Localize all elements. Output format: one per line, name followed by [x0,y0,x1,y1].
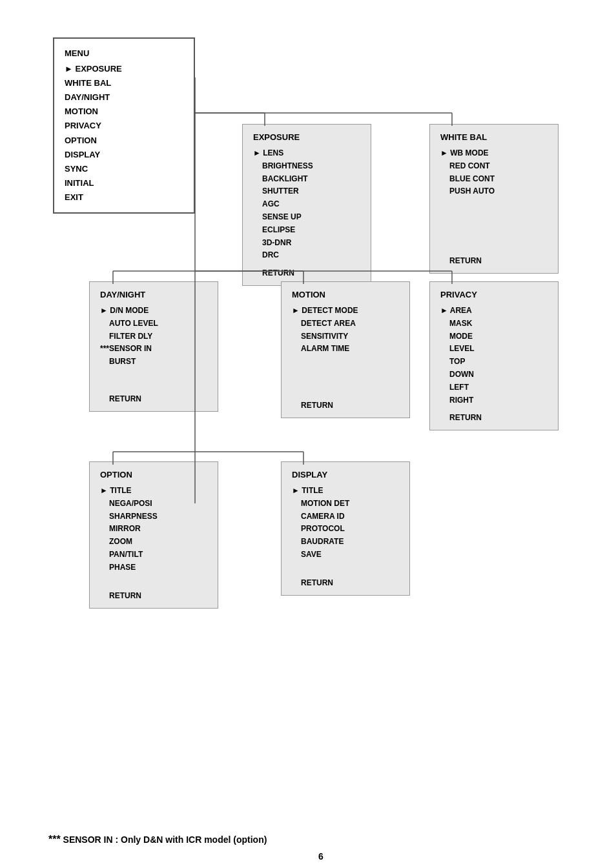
arrow-icon-wb: ► [440,148,448,157]
submenu-privacy: PRIVACY ► AREA MASK MODE LEVEL TOP DOWN … [429,281,559,430]
submenu-detect-area[interactable]: DETECT AREA [292,318,399,330]
submenu-blue-cont[interactable]: BLUE CONT [440,173,548,186]
submenu-exposure-agc[interactable]: AGC [253,198,360,211]
submenu-exposure-3ddnr[interactable]: 3D-DNR [253,237,360,250]
submenu-sensitivity[interactable]: SENSITIVITY [292,330,399,343]
submenu-display-title: DISPLAY [292,470,399,479]
submenu-display: DISPLAY ► TITLE MOTION DET CAMERA ID PRO… [281,461,410,596]
submenu-mirror[interactable]: MIRROR [100,523,207,536]
submenu-motion: MOTION ► DETECT MODE DETECT AREA SENSITI… [281,281,410,418]
submenu-exposure-shutter[interactable]: SHUTTER [253,185,360,198]
arrow-icon-display-title: ► [292,486,300,495]
submenu-save[interactable]: SAVE [292,549,399,561]
submenu-right[interactable]: RIGHT [440,394,548,407]
arrow-icon-detect: ► [292,306,300,315]
submenu-daynight-return[interactable]: RETURN [100,394,207,403]
menu-item-exposure[interactable]: ► EXPOSURE [65,62,183,76]
submenu-exposure: EXPOSURE ► LENS BRIGHTNESS BACKLIGHT SHU… [242,124,371,286]
submenu-top[interactable]: TOP [440,356,548,368]
submenu-exposure-backlight[interactable]: BACKLIGHT [253,173,360,186]
submenu-burst[interactable]: BURST [100,356,207,368]
arrow-icon-area: ► [440,306,448,315]
submenu-down[interactable]: DOWN [440,368,548,381]
submenu-detect-mode[interactable]: ► DETECT MODE [292,305,399,318]
menu-item-motion[interactable]: MOTION [65,105,183,119]
submenu-sensor-in[interactable]: ***SENSOR IN [100,343,207,356]
submenu-daynight: DAY/NIGHT ► D/N MODE AUTO LEVEL FILTER D… [89,281,218,412]
page-number: 6 [318,851,323,862]
submenu-display-title-item[interactable]: ► TITLE [292,485,399,498]
submenu-wb-mode[interactable]: ► WB MODE [440,147,548,160]
submenu-exposure-senseup[interactable]: SENSE UP [253,211,360,224]
submenu-title-item[interactable]: ► TITLE [100,485,207,498]
submenu-mask[interactable]: MASK [440,318,548,330]
submenu-left[interactable]: LEFT [440,381,548,394]
submenu-mode[interactable]: MODE [440,330,548,343]
submenu-motion-title: MOTION [292,290,399,299]
menu-item-sync[interactable]: SYNC [65,162,183,176]
menu-item-daynight[interactable]: DAY/NIGHT [65,90,183,105]
submenu-exposure-title: EXPOSURE [253,132,360,142]
submenu-daynight-title: DAY/NIGHT [100,290,207,299]
menu-item-privacy[interactable]: PRIVACY [65,119,183,133]
submenu-exposure-drc[interactable]: DRC [253,249,360,262]
menu-item-initial[interactable]: INITIAL [65,176,183,190]
arrow-icon-exposure: ► [65,62,73,76]
submenu-filter-dly[interactable]: FILTER DLY [100,330,207,343]
submenu-white-bal: WHITE BAL ► WB MODE RED CONT BLUE CONT P… [429,124,559,274]
arrow-icon-title: ► [100,486,108,495]
menu-title: MENU [65,46,183,61]
stars-symbol: *** [48,834,61,845]
submenu-nega-posi[interactable]: NEGA/POSI [100,498,207,510]
menu-item-white-bal[interactable]: WHITE BAL [65,76,183,90]
submenu-push-auto[interactable]: PUSH AUTO [440,185,548,198]
submenu-protocol[interactable]: PROTOCOL [292,523,399,536]
menu-item-display[interactable]: DISPLAY [65,148,183,162]
submenu-motion-return[interactable]: RETURN [292,401,399,410]
menu-item-exit[interactable]: EXIT [65,190,183,205]
submenu-motion-det[interactable]: MOTION DET [292,498,399,510]
submenu-alarm-time[interactable]: ALARM TIME [292,343,399,356]
submenu-sharpness[interactable]: SHARPNESS [100,510,207,523]
submenu-exposure-return[interactable]: RETURN [253,268,360,278]
submenu-area[interactable]: ► AREA [440,305,548,318]
submenu-option: OPTION ► TITLE NEGA/POSI SHARPNESS MIRRO… [89,461,218,609]
submenu-red-cont[interactable]: RED CONT [440,160,548,173]
submenu-zoom[interactable]: ZOOM [100,536,207,549]
submenu-option-return[interactable]: RETURN [100,591,207,600]
submenu-auto-level[interactable]: AUTO LEVEL [100,318,207,330]
submenu-pan-tilt[interactable]: PAN/TILT [100,549,207,561]
submenu-dn-mode[interactable]: ► D/N MODE [100,305,207,318]
submenu-privacy-title: PRIVACY [440,290,548,299]
submenu-baudrate[interactable]: BAUDRATE [292,536,399,549]
submenu-privacy-return[interactable]: RETURN [440,413,548,422]
submenu-exposure-eclipse[interactable]: ECLIPSE [253,224,360,237]
menu-box: MENU ► EXPOSURE WHITE BAL DAY/NIGHT MOTI… [53,37,195,214]
submenu-exposure-lens[interactable]: ► LENS [253,147,360,160]
arrow-icon-lens: ► [253,148,261,157]
submenu-phase[interactable]: PHASE [100,561,207,574]
submenu-white-bal-return[interactable]: RETURN [440,256,548,265]
submenu-display-return[interactable]: RETURN [292,578,399,587]
submenu-white-bal-title: WHITE BAL [440,132,548,142]
submenu-option-title: OPTION [100,470,207,479]
submenu-camera-id[interactable]: CAMERA ID [292,510,399,523]
bottom-note: *** SENSOR IN : Only D&N with ICR model … [48,834,267,845]
bottom-note-text: SENSOR IN : Only D&N with ICR model (opt… [63,834,267,845]
menu-item-option[interactable]: OPTION [65,134,183,148]
submenu-level[interactable]: LEVEL [440,343,548,356]
arrow-icon-dn: ► [100,306,108,315]
submenu-exposure-brightness[interactable]: BRIGHTNESS [253,160,360,173]
